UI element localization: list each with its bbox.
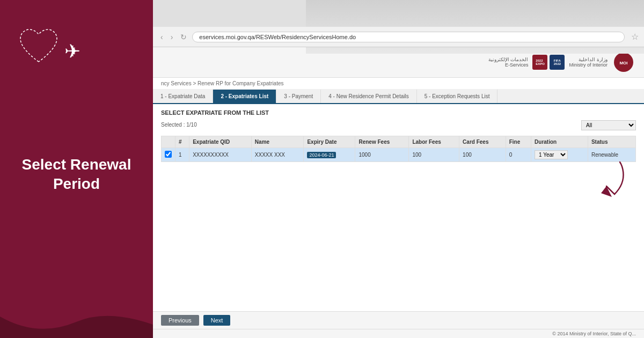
row-checkbox-cell bbox=[162, 148, 175, 162]
svg-text:MOI: MOI bbox=[619, 61, 627, 65]
filter-select[interactable]: All Renewable Non-Renewable bbox=[581, 120, 636, 130]
arrow-annotation bbox=[566, 157, 631, 210]
site-footer: © 2014 Ministry of Interior, State of Q.… bbox=[153, 329, 644, 338]
next-button[interactable]: Next bbox=[203, 315, 231, 326]
selected-info: Selected : 1/10 bbox=[161, 122, 197, 128]
expo-badges: 2022EXPO FIFA2022 bbox=[532, 55, 565, 70]
tab-payment[interactable]: 3 - Payment bbox=[276, 90, 321, 103]
url-bar[interactable]: eservices.moi.gov.qa/RESWeb/ResidencySer… bbox=[192, 32, 625, 42]
decorative-wave bbox=[0, 306, 153, 338]
previous-button[interactable]: Previous bbox=[161, 315, 199, 326]
bottom-nav: Previous Next bbox=[153, 311, 644, 329]
moi-emblem-icon: MOI bbox=[612, 52, 636, 73]
main-content: SELECT EXPATRIATE FROM THE LIST Selected… bbox=[153, 104, 644, 311]
row-checkbox[interactable] bbox=[165, 151, 172, 158]
data-table: # Expatriate QID Name Expiry Date Renew … bbox=[161, 136, 636, 162]
bookmark-icon[interactable]: ☆ bbox=[631, 32, 639, 42]
tab-expatriates-list[interactable]: 2 - Expatriates List bbox=[213, 90, 276, 103]
moi-logo-text: وزارة الداخليةMinistry of Interior bbox=[569, 57, 608, 68]
left-panel-title: Select RenewalPeriod bbox=[16, 155, 137, 194]
col-status: Status bbox=[588, 136, 635, 148]
row-labor-fees: 100 bbox=[409, 148, 459, 162]
eservices-text: الخدمات الإلكترونيةE-Services bbox=[488, 57, 529, 68]
tab-exception-list[interactable]: 5 - Exception Requests List bbox=[417, 90, 498, 103]
row-card-fees: 100 bbox=[459, 148, 506, 162]
col-labor-fees: Labor Fees bbox=[409, 136, 459, 148]
website-content: الخدمات الإلكترونيةE-Services 2022EXPO F… bbox=[153, 47, 644, 338]
row-fine: 0 bbox=[506, 148, 531, 162]
tabs-bar: 1 - Expatriate Data 2 - Expatriates List… bbox=[153, 90, 644, 104]
row-qid: XXXXXXXXXX bbox=[189, 148, 252, 162]
expo-badge-2: FIFA2022 bbox=[550, 55, 565, 70]
heart-icon bbox=[16, 27, 62, 67]
left-panel: ✈ Select RenewalPeriod bbox=[0, 0, 153, 338]
duration-select[interactable]: 1 Year 2 Years 3 Years bbox=[535, 150, 568, 159]
right-panel: ‹ › ↻ eservices.moi.gov.qa/RESWeb/Reside… bbox=[153, 0, 644, 338]
url-text: eservices.moi.gov.qa/RESWeb/ResidencySer… bbox=[199, 34, 356, 40]
col-name: Name bbox=[251, 136, 304, 148]
col-checkbox bbox=[162, 136, 175, 148]
moi-logo-area: الخدمات الإلكترونيةE-Services 2022EXPO F… bbox=[488, 52, 636, 73]
table-row: 1 XXXXXXXXXX XXXXX XXX 2024-06-21 1000 1… bbox=[162, 148, 636, 162]
col-expiry: Expiry Date bbox=[304, 136, 355, 148]
filter-bar: All Renewable Non-Renewable bbox=[581, 120, 636, 130]
plane-icon: ✈ bbox=[64, 40, 80, 63]
col-renew-fees: Renew Fees bbox=[355, 136, 409, 148]
row-name: XXXXX XXX bbox=[251, 148, 304, 162]
col-num: # bbox=[175, 136, 189, 148]
row-expiry: 2024-06-21 bbox=[304, 148, 355, 162]
annotation-area bbox=[161, 162, 636, 205]
refresh-button[interactable]: ↻ bbox=[178, 32, 189, 42]
col-fine: Fine bbox=[506, 136, 531, 148]
back-button[interactable]: ‹ bbox=[158, 32, 165, 42]
tab-permit-details[interactable]: 4 - New Residence Permit Details bbox=[321, 90, 417, 103]
tab-expatriate-data[interactable]: 1 - Expatriate Data bbox=[153, 90, 213, 103]
expo-badge-1: 2022EXPO bbox=[532, 55, 547, 70]
col-card-fees: Card Fees bbox=[459, 136, 506, 148]
col-qid: Expatriate QID bbox=[189, 136, 252, 148]
footer-copyright: © 2014 Ministry of Interior, State of Q.… bbox=[552, 331, 636, 336]
forward-button[interactable]: › bbox=[169, 32, 175, 42]
section-title: SELECT EXPATRIATE FROM THE LIST bbox=[161, 109, 636, 116]
row-renew-fees: 1000 bbox=[355, 148, 409, 162]
expiry-badge: 2024-06-21 bbox=[307, 152, 336, 158]
breadcrumb: ncy Services > Renew RP for Company Expa… bbox=[153, 78, 644, 90]
col-duration: Duration bbox=[531, 136, 588, 148]
row-num: 1 bbox=[175, 148, 189, 162]
browser-chrome: ‹ › ↻ eservices.moi.gov.qa/RESWeb/Reside… bbox=[153, 27, 644, 47]
table-header-row: # Expatriate QID Name Expiry Date Renew … bbox=[162, 136, 636, 148]
